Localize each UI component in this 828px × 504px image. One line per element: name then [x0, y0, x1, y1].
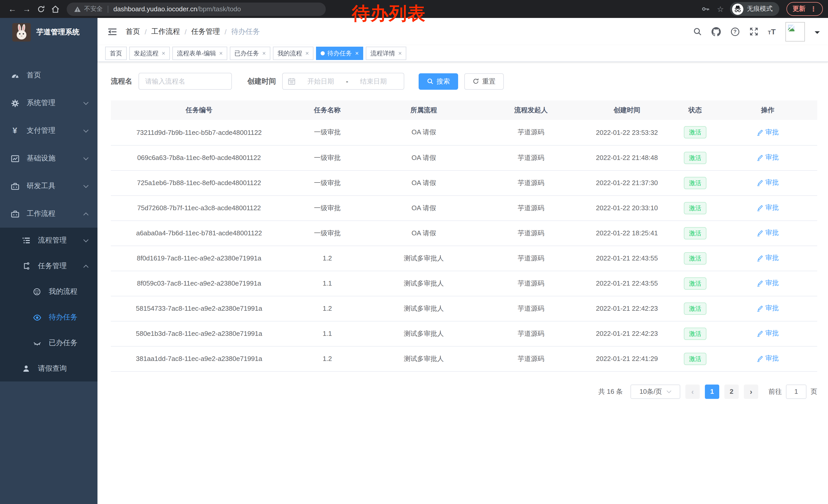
close-icon[interactable]: ×: [162, 50, 165, 57]
next-page-button[interactable]: ›: [744, 384, 758, 399]
date-range-picker[interactable]: 开始日期 - 结束日期: [282, 73, 404, 90]
edit-pencil-icon: [757, 204, 763, 211]
sidebar-item-payment[interactable]: ¥ 支付管理: [0, 117, 97, 145]
cell-task-id: 73211d9d-7b9b-11ec-b5b7-acde48001122: [111, 120, 287, 145]
cell-starter: 芋道源码: [480, 271, 582, 296]
view-tab[interactable]: 首页 ×: [105, 47, 127, 60]
sidebar-item-task-management[interactable]: 任务管理: [0, 253, 97, 279]
approve-link[interactable]: 审批: [757, 329, 779, 338]
close-icon[interactable]: ×: [305, 50, 309, 57]
screenshot-root: ← → 不安全 dashboard.yudao.iocoder.cn/bpm/t…: [0, 0, 828, 504]
approve-link[interactable]: 审批: [757, 178, 779, 187]
help-icon[interactable]: ?: [730, 27, 740, 36]
browser-update-button[interactable]: 更新 ⋮: [786, 2, 823, 16]
sidebar-item-todo-tasks[interactable]: 待办任务: [0, 305, 97, 330]
close-icon[interactable]: ×: [262, 50, 266, 57]
sidebar-item-label: 系统管理: [27, 98, 55, 108]
view-tab[interactable]: 待办任务 ×: [316, 47, 363, 60]
view-tab[interactable]: 流程表单-编辑 ×: [172, 47, 227, 60]
sidebar-item-label: 请假查询: [38, 364, 67, 373]
top-navbar: 首页 / 工作流程 / 任务管理 / 待办任务 ? TT: [97, 18, 828, 45]
browser-back-icon[interactable]: ←: [5, 4, 19, 13]
avatar-caret-icon[interactable]: [815, 31, 820, 36]
approve-link-label: 审批: [765, 254, 779, 263]
close-icon[interactable]: ×: [355, 50, 359, 57]
approve-link[interactable]: 审批: [757, 153, 779, 162]
breadcrumb-separator: /: [225, 28, 227, 36]
approve-link[interactable]: 审批: [757, 254, 779, 263]
sidebar-item-label: 支付管理: [27, 126, 55, 135]
range-separator: -: [346, 78, 348, 85]
approve-link[interactable]: 审批: [757, 304, 779, 313]
table-row: 75d72608-7b7f-11ec-a3c8-acde48001122 一级审…: [111, 195, 817, 221]
reset-button[interactable]: 重置: [464, 73, 504, 89]
address-bar[interactable]: 不安全 dashboard.yudao.iocoder.cn/bpm/task/…: [67, 2, 326, 16]
close-icon[interactable]: ×: [398, 50, 402, 57]
approve-link[interactable]: 审批: [757, 228, 779, 238]
approve-link[interactable]: 审批: [757, 279, 779, 288]
column-header-actions: 操作: [718, 100, 817, 120]
tabs-bar: 首页 × 发起流程 × 流程表单-编辑 × 已办任务 × 我的流程: [97, 45, 828, 62]
sidebar-item-workflow[interactable]: 工作流程: [0, 200, 97, 228]
cell-task-name: 1.2: [287, 245, 367, 271]
sidebar-item-label: 工作流程: [27, 209, 55, 218]
approve-link[interactable]: 审批: [757, 128, 779, 137]
app-logo-row[interactable]: 芋道管理系统: [0, 18, 97, 46]
view-tab[interactable]: 流程详情 ×: [366, 47, 406, 60]
sidebar-item-dev-tools[interactable]: 研发工具: [0, 172, 97, 200]
sidebar-item-leave-query[interactable]: 请假查询: [0, 356, 97, 381]
cell-task-id: 8f0d1619-7ac8-11ec-a9e2-a2380e71991a: [111, 245, 287, 271]
status-badge: 激活: [684, 327, 706, 340]
task-nodes-icon: [22, 262, 31, 270]
sidebar-item-infrastructure[interactable]: 基础设施: [0, 145, 97, 172]
process-name-label: 流程名: [111, 77, 132, 86]
breadcrumb-item[interactable]: 首页: [126, 27, 140, 36]
chevron-up-icon: [83, 212, 89, 216]
goto-page-input[interactable]: [786, 384, 806, 399]
page-size-select[interactable]: 10条/页: [630, 384, 680, 399]
view-tab[interactable]: 已办任务 ×: [230, 47, 271, 60]
page-number-button[interactable]: 1: [705, 384, 719, 399]
cell-actions: 审批: [718, 170, 817, 195]
table-row: a6aba0a4-7b6d-11ec-b781-acde48001122 一级审…: [111, 221, 817, 245]
breadcrumb-item[interactable]: 任务管理: [191, 27, 220, 36]
sidebar-item-system[interactable]: 系统管理: [0, 89, 97, 117]
browser-forward-icon[interactable]: →: [19, 4, 34, 13]
search-button-label: 搜索: [437, 77, 450, 86]
fullscreen-icon[interactable]: [749, 27, 758, 36]
approve-link-label: 审批: [765, 329, 779, 338]
process-name-input[interactable]: [138, 73, 232, 90]
sidebar-item-label: 我的流程: [49, 287, 78, 296]
column-header-starter: 流程发起人: [480, 100, 582, 120]
cell-actions: 审批: [718, 221, 817, 245]
sidebar-fold-icon[interactable]: [106, 26, 119, 38]
table-row: 580e1b3d-7ac8-11ec-a9e2-a2380e71991a 1.1…: [111, 321, 817, 346]
cell-task-name: 1.1: [287, 271, 367, 296]
sidebar-item-process-management[interactable]: 流程管理: [0, 228, 97, 253]
view-tab[interactable]: 我的流程 ×: [273, 47, 314, 60]
avatar[interactable]: [785, 22, 805, 41]
approve-link[interactable]: 审批: [757, 203, 779, 213]
view-tab[interactable]: 发起流程 ×: [129, 47, 170, 60]
cell-create-time: 2022-01-22 20:33:10: [582, 195, 672, 221]
approve-link[interactable]: 审批: [757, 354, 779, 363]
font-size-icon[interactable]: TT: [768, 28, 776, 35]
sidebar-item-label: 已办任务: [49, 338, 78, 348]
cell-actions: 审批: [718, 245, 817, 271]
sidebar-item-done-tasks[interactable]: 已办任务: [0, 330, 97, 356]
github-icon[interactable]: [711, 27, 720, 36]
page-number-button[interactable]: 2: [724, 384, 739, 399]
browser-home-icon[interactable]: [48, 5, 63, 13]
browser-reload-icon[interactable]: [34, 5, 48, 13]
password-key-icon[interactable]: [701, 5, 710, 13]
sidebar-item-home[interactable]: 首页: [0, 61, 97, 89]
prev-page-button[interactable]: ‹: [686, 384, 700, 399]
breadcrumb-item[interactable]: 工作流程: [151, 27, 180, 36]
search-icon[interactable]: [693, 27, 702, 36]
close-icon[interactable]: ×: [219, 50, 223, 57]
cell-create-time: 2022-01-21 22:41:29: [582, 346, 672, 371]
bookmark-star-icon[interactable]: ☆: [717, 4, 724, 13]
sidebar-item-my-processes[interactable]: 我的流程: [0, 279, 97, 305]
browser-menu-dots-icon[interactable]: ⋮: [810, 5, 817, 13]
search-button[interactable]: 搜索: [419, 73, 458, 89]
